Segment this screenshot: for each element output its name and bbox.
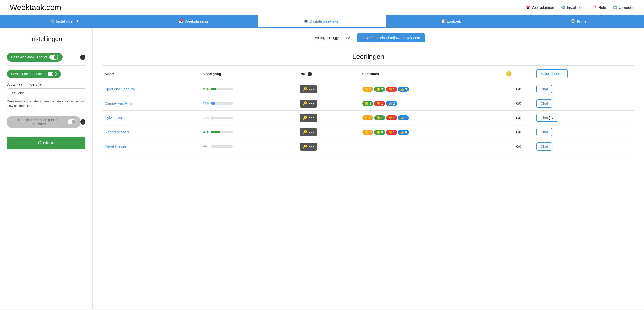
pin-box-1: 🔑 • • • <box>300 99 317 108</box>
pin-box-3: 🔑 • • • <box>300 128 317 136</box>
logo: Weektaak.com <box>10 3 61 12</box>
students-title: Leerlingen <box>102 48 634 66</box>
save-button[interactable]: Opslaan <box>7 136 86 149</box>
progress-bar-3 <box>211 131 233 133</box>
col-pin: PIN i <box>297 66 360 82</box>
col-feedback: Feedback <box>360 66 504 82</box>
top-nav-instellingen[interactable]: ⚙️ Instellingen <box>561 5 586 10</box>
progress-pct-1: 17% <box>203 102 210 105</box>
chat-button-4[interactable]: Chat <box>536 142 552 151</box>
toggle-points-button[interactable]: Laat kinderen geen punten verdienen <box>7 116 80 128</box>
table-row: Climmy van Rhijn 17% 🔑 • • • 😊 3👎 1👍 20/… <box>102 96 634 111</box>
score-3: 0/0 <box>503 125 534 139</box>
top-nav-uitloggen[interactable]: ➡️ Uitloggen <box>613 5 634 10</box>
feedback-badge-0-1: 😊 3 <box>374 87 385 92</box>
table-row: Merel Kreuze 0% 🔑 • • • 0/0Chat <box>102 139 634 154</box>
chat-button-1[interactable]: Chat <box>536 99 552 108</box>
pin-box-4: 🔑 • • • <box>300 143 317 151</box>
score-0: 0/0 <box>503 82 534 96</box>
key-icon-0: 🔑 <box>302 87 308 91</box>
toggle-points-row: Laat kinderen geen punten verdienen i <box>7 116 86 128</box>
pin-wrap-1: 🔑 • • • <box>300 99 358 108</box>
chat-name-label: Jouw naam in de chat <box>7 82 86 86</box>
table-row: Sjoeriene Scholing 23% 🔑 • • • 😊 1😊 3👎 1… <box>102 82 634 96</box>
feedback-badge-1-0: 😊 3 <box>362 101 374 106</box>
col-coin: 🪙 <box>503 66 534 82</box>
progress-pct-2: 11% <box>203 116 210 119</box>
groepsbericht-button[interactable]: Groepsbericht <box>536 69 568 78</box>
students-table: Naam Voortgang PIN i Feedback 🪙 Groepsbe… <box>102 66 634 154</box>
toggle-active-switch[interactable] <box>50 55 58 60</box>
toggle-active-info[interactable]: i <box>80 54 86 60</box>
table-row: Sylvian Vos 11% 🔑 • • • 😊 1😊 1👎 1👍 10/0C… <box>102 111 634 125</box>
feedback-wrap-0: 😊 1😊 3👎 1👍 3 <box>362 87 501 92</box>
feedback-badge-1-1: 👎 1 <box>374 101 385 106</box>
toggle-points-info[interactable]: i <box>80 119 86 125</box>
login-url-button[interactable]: https://testschool.mijnweektaak.com <box>357 33 425 42</box>
chat-name-field: Jouw naam in de chat Deze naam krijgen d… <box>7 82 86 108</box>
key-icon-4: 🔑 <box>302 144 308 149</box>
col-voortgang: Voortgang <box>201 66 297 82</box>
blue-nav-weekplanning[interactable]: 📅 Weekplanning <box>129 15 258 28</box>
progress-wrap-2: 11% <box>203 116 295 119</box>
progress-bar-2 <box>211 117 233 119</box>
top-header: Weektaak.com 📅 Weekplannen ⚙️ Instelling… <box>0 0 644 15</box>
pin-dots-3: • • • <box>309 130 314 134</box>
logo-text: Weektaak <box>10 3 44 12</box>
feedback-badge-1-2: 👍 2 <box>386 101 397 106</box>
chat-name-input[interactable] <box>7 88 86 98</box>
blue-nav-instellingen[interactable]: ⚙️ Instellingen ▼ <box>0 15 129 28</box>
blue-nav-printen[interactable]: 🖨️ Printen <box>515 15 644 28</box>
progress-wrap-4: 0% <box>203 145 295 148</box>
blue-nav: ⚙️ Instellingen ▼ 📅 Weekplanning 💻 Digit… <box>0 15 644 28</box>
login-url-bar: Leerlingen loggen in via: https://testsc… <box>92 28 644 48</box>
pin-dots-1: • • • <box>309 101 314 105</box>
key-icon-2: 🔑 <box>302 116 308 120</box>
col-naam: Naam <box>102 66 201 82</box>
score-4: 0/0 <box>503 139 534 154</box>
student-name-4[interactable]: Merel Kreuze <box>105 144 126 148</box>
calendar-small-icon: 📅 <box>178 19 183 23</box>
student-name-1[interactable]: Climmy van Rhijn <box>105 101 133 105</box>
toggle-chat-switch[interactable] <box>48 71 56 76</box>
feedback-wrap-1: 😊 3👎 1👍 2 <box>362 101 501 106</box>
settings-title: Instellingen <box>7 35 86 43</box>
score-1: 0/0 <box>503 96 534 111</box>
progress-pct-4: 0% <box>203 145 210 148</box>
top-nav: 📅 Weekplannen ⚙️ Instellingen ❓ Hulp ➡️ … <box>526 5 634 10</box>
progress-wrap-1: 17% <box>203 102 295 105</box>
feedback-badge-0-2: 👎 1 <box>386 87 397 92</box>
settings-panel: Instellingen Deze weektaak is actief i G… <box>0 28 92 309</box>
feedback-wrap-3: 😊 1😊 6👎 1👍 6 <box>362 130 501 135</box>
progress-pct-0: 23% <box>203 87 210 91</box>
monitor-icon: 💻 <box>304 19 308 23</box>
pin-dots-4: • • • <box>309 145 314 148</box>
progress-bar-1 <box>211 102 233 105</box>
toggle-chat-button[interactable]: Gebruik de chatfunctie <box>7 70 61 78</box>
chat-button-3[interactable]: Chat <box>536 128 552 136</box>
key-icon-1: 🔑 <box>302 101 308 106</box>
pin-wrap-3: 🔑 • • • <box>300 128 358 136</box>
col-groepsbericht: Groepsbericht <box>534 66 634 82</box>
blue-nav-logboek[interactable]: 📋 Logboek <box>386 15 515 28</box>
pin-wrap-4: 🔑 • • • <box>300 143 358 151</box>
toggle-points-switch[interactable] <box>68 119 76 124</box>
chat-button-0[interactable]: Chat <box>536 85 552 93</box>
feedback-badge-3-0: 😊 1 <box>362 130 374 135</box>
clipboard-icon: 📋 <box>441 19 446 23</box>
student-name-2[interactable]: Sylvian Vos <box>105 116 124 120</box>
toggle-active-button[interactable]: Deze weektaak is actief <box>7 53 62 61</box>
chat-name-desc: Deze naam krijgen de kinderen te zien al… <box>7 99 86 108</box>
student-name-3[interactable]: Rachel Wolters <box>105 130 129 134</box>
chat-button-2[interactable]: Chat 💬 <box>536 114 557 122</box>
student-name-0[interactable]: Sjoeriene Scholing <box>105 87 135 91</box>
blue-nav-digitale-weektaken[interactable]: 💻 Digitale weektaken <box>258 15 386 28</box>
score-2: 0/0 <box>503 111 534 125</box>
pin-box-0: 🔑 • • • <box>300 85 317 93</box>
progress-pct-3: 41% <box>203 130 210 134</box>
right-panel: Leerlingen loggen in via: https://testsc… <box>92 28 644 309</box>
pin-box-2: 🔑 • • • <box>300 114 317 122</box>
top-nav-hulp[interactable]: ❓ Hulp <box>592 5 606 10</box>
pin-info-icon[interactable]: i <box>308 72 312 76</box>
top-nav-weekplannen[interactable]: 📅 Weekplannen <box>526 5 554 10</box>
